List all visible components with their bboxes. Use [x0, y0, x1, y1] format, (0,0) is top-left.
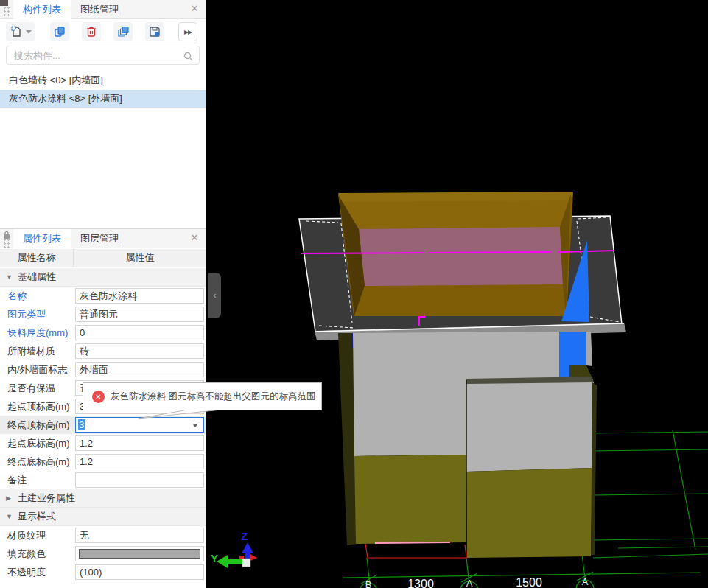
property-value[interactable]: (100) — [75, 564, 204, 580]
error-tooltip-text: 灰色防水涂料 图元标高不能超出父图元的标高范围 — [111, 391, 315, 403]
dimension-text: 1500 — [516, 576, 542, 588]
viewport-canvas: B A A 1300 1500 — [207, 0, 708, 588]
property-value[interactable]: 外墙面 — [75, 362, 204, 377]
new-file-icon — [10, 25, 23, 38]
wall-olive-right — [466, 468, 592, 558]
dropdown-arrow-icon[interactable] — [192, 424, 198, 427]
property-value[interactable] — [75, 546, 204, 561]
error-tooltip: ✕ 灰色防水涂料 图元标高不能超出父图元的标高范围 — [83, 382, 322, 410]
component-item[interactable]: 灰色防水涂料 <8> [外墙面] — [0, 90, 206, 108]
axis-origin-cube — [242, 559, 250, 567]
parapet-floor — [359, 227, 563, 286]
property-value[interactable]: 1.2 — [75, 454, 204, 469]
property-label: 材质纹理 — [7, 526, 46, 545]
property-group-label: 显示样式 — [18, 510, 56, 523]
property-group[interactable]: ▼显示样式 — [0, 508, 206, 526]
property-value-header: 属性值 — [74, 249, 206, 267]
property-value[interactable]: 灰色防水涂料 — [75, 288, 204, 304]
component-list: 白色墙砖 <0> [内墙面]灰色防水涂料 <8> [外墙面] — [0, 71, 206, 108]
axis-y-arrow — [217, 555, 228, 568]
double-chevron-right-icon: ▸▸ — [184, 27, 192, 37]
tab-component-list[interactable]: 构件列表 — [13, 0, 71, 19]
tab-layer-management[interactable]: 图层管理 — [71, 229, 128, 248]
bim-application: 构件列表 图纸管理 ✕ — [0, 0, 708, 588]
component-panel-titlebar: 构件列表 图纸管理 ✕ — [0, 0, 206, 19]
new-component-button[interactable] — [6, 22, 35, 41]
property-panel-titlebar: 属性列表 图层管理 ✕ — [0, 229, 206, 248]
property-row: 填充颜色 — [0, 545, 206, 563]
fill-color-swatch[interactable] — [79, 549, 200, 559]
property-value[interactable]: 砖 — [75, 343, 204, 359]
component-item[interactable]: 白色墙砖 <0> [内墙面] — [0, 71, 206, 89]
property-row: 所附墙材质砖 — [0, 342, 206, 360]
property-value[interactable]: 无 — [75, 528, 204, 543]
parapet-walls[interactable] — [338, 192, 573, 316]
save-component-button[interactable] — [145, 22, 164, 41]
batch-copy-button[interactable] — [113, 22, 133, 41]
property-label: 起点底标高(m) — [7, 434, 70, 452]
panel-drag-handle-icon[interactable] — [3, 238, 10, 250]
component-panel-tabs: 构件列表 图纸管理 — [13, 0, 128, 19]
left-column: 构件列表 图纸管理 ✕ — [0, 0, 206, 588]
property-label: 备注 — [7, 471, 27, 489]
error-tooltip-tail — [131, 410, 227, 421]
viewport-3d[interactable]: B A A 1300 1500 — [207, 0, 708, 588]
component-toolbar: ▸▸ — [0, 21, 206, 43]
dimension-labels: 1300 1500 — [407, 576, 542, 588]
property-row: 备注 — [0, 471, 206, 489]
toolbar-more-button[interactable]: ▸▸ — [178, 22, 197, 41]
axis-triad: Z Y — [211, 530, 257, 568]
property-grid: ▼基础属性名称灰色防水涂料图元类型普通图元块料厚度(mm)0所附墙材质砖内/外墙… — [0, 268, 206, 581]
copy-component-button[interactable] — [50, 22, 69, 41]
property-value[interactable]: 0 — [75, 325, 204, 340]
grid-bubble-label: A — [582, 576, 589, 587]
property-group-label: 基础属性 — [18, 270, 56, 284]
property-group[interactable]: ▼基础属性 — [0, 268, 206, 287]
property-group-label: 土建业务属性 — [18, 491, 75, 505]
delete-component-button[interactable] — [82, 22, 101, 41]
property-row: 终点底标高(m)1.2 — [0, 452, 206, 471]
app-corner-mark — [0, 0, 8, 6]
property-label: 起点顶标高(m) — [7, 397, 70, 416]
property-label: 终点底标高(m) — [7, 452, 70, 471]
property-label: 名称 — [7, 287, 27, 305]
property-label: 所附墙材质 — [7, 342, 55, 360]
property-label: 图元类型 — [7, 305, 46, 323]
property-label: 内/外墙面标志 — [7, 360, 68, 379]
error-icon: ✕ — [92, 391, 105, 403]
property-label: 不透明度 — [7, 563, 46, 581]
panel-drag-handle-icon[interactable] — [3, 6, 10, 18]
lock-icon[interactable] — [2, 229, 11, 238]
copy-icon — [53, 25, 66, 38]
tab-property-list[interactable]: 属性列表 — [13, 229, 71, 248]
property-row: 图元类型普通图元 — [0, 305, 206, 323]
property-row: 内/外墙面标志外墙面 — [0, 360, 206, 379]
property-name-header: 属性名称 — [0, 249, 74, 267]
property-row: 不透明度(100) — [0, 563, 206, 581]
property-grid-header: 属性名称 属性值 — [0, 249, 206, 267]
property-row: 块料厚度(mm)0 — [0, 323, 206, 342]
chevron-left-icon: ‹ — [214, 290, 217, 301]
property-value[interactable]: 1.2 — [75, 435, 204, 451]
property-value[interactable]: 普通图元 — [75, 307, 204, 322]
property-panel-tabs: 属性列表 图层管理 — [13, 229, 128, 248]
close-icon[interactable]: ✕ — [189, 232, 200, 244]
property-label: 终点顶标高(m) — [7, 416, 70, 434]
panel-collapse-handle[interactable]: ‹ — [208, 273, 221, 318]
save-icon — [148, 25, 161, 38]
wall-gray-right — [466, 382, 594, 472]
trash-icon — [85, 25, 98, 38]
search-input[interactable] — [14, 47, 176, 63]
triangle-down-icon: ▼ — [6, 513, 13, 520]
search-icon — [183, 51, 193, 64]
building-body[interactable] — [338, 332, 597, 558]
property-label: 填充颜色 — [7, 545, 46, 563]
layers-copy-icon — [116, 25, 130, 38]
triangle-right-icon: ▶ — [6, 494, 13, 502]
wall-olive-left — [354, 455, 466, 544]
property-value[interactable] — [75, 472, 204, 488]
close-icon[interactable]: ✕ — [189, 3, 200, 15]
property-group[interactable]: ▶土建业务属性 — [0, 489, 206, 508]
tab-drawing-management[interactable]: 图纸管理 — [71, 0, 128, 19]
selected-text: 3 — [78, 419, 85, 430]
